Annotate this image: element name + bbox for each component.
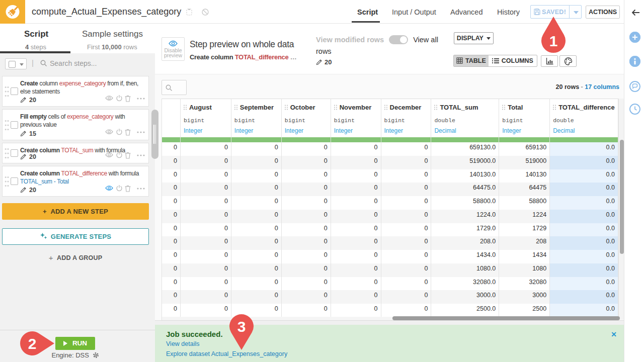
svg-text:1: 1 xyxy=(549,33,558,49)
svg-text:2: 2 xyxy=(28,335,37,352)
svg-text:3: 3 xyxy=(237,318,246,335)
